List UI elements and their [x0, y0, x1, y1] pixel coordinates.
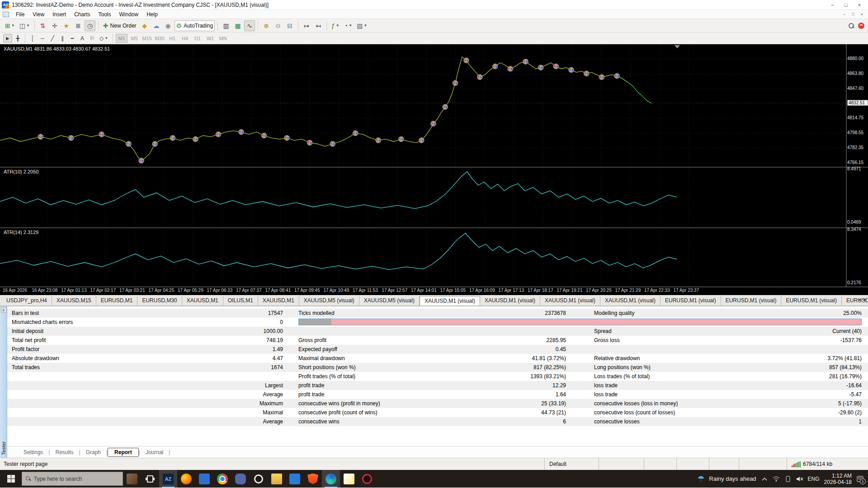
time-axis-label[interactable]: 17 Apr 08:41	[265, 288, 291, 293]
sticky-notes[interactable]	[340, 470, 358, 488]
autotrading-button[interactable]: ⚙AutoTrading	[175, 20, 215, 31]
chart-tab[interactable]: XAUUSD,M1 (visual)	[420, 296, 480, 305]
chart-tab[interactable]: XAUUSD,M5 (visual)	[299, 296, 359, 305]
chart-tab[interactable]: XAUUSD,M1 (visual)	[600, 296, 660, 305]
timeframe-m30[interactable]: M30	[154, 34, 165, 43]
strategy-tester-button[interactable]: ◷	[85, 20, 95, 31]
chart-tab[interactable]: OILUS,M1	[223, 296, 258, 305]
timeframe-mn[interactable]: MN	[217, 34, 229, 43]
opera-gx[interactable]	[358, 470, 376, 488]
time-axis-label[interactable]: 17 Apr 06:33	[207, 288, 233, 293]
templates-button[interactable]: ▧▼	[355, 20, 369, 31]
text-button[interactable]: A	[78, 34, 87, 43]
time-axis-label[interactable]: 17 Apr 14:01	[411, 288, 437, 293]
weather-umbrella-icon[interactable]: ☂	[697, 474, 704, 483]
vertical-line-button[interactable]: │	[28, 34, 37, 43]
brave[interactable]	[304, 470, 322, 488]
time-axis-label[interactable]: 17 Apr 21:29	[615, 288, 641, 293]
tester-side-strip[interactable]: x Tester	[0, 306, 7, 458]
tester-close-icon[interactable]: x	[1, 307, 6, 313]
tester-tab-graph[interactable]: Graph	[80, 448, 106, 456]
chart-area[interactable]: XAUUSD,M1 4831.86 4833.03 4830.67 4832.5…	[0, 44, 868, 295]
notification-center-icon[interactable]: 1	[856, 475, 863, 483]
your-phone-icon[interactable]	[784, 475, 792, 483]
chart-tab[interactable]: EURUSD,M30	[137, 296, 182, 305]
zoom-out-button[interactable]: ⊖	[273, 20, 283, 31]
weather-label[interactable]: Rainy days ahead	[709, 475, 756, 482]
speaker-muted-icon[interactable]	[796, 475, 803, 483]
line-chart-button[interactable]: ∿	[244, 20, 255, 31]
time-axis-label[interactable]: 16 Apr 23:08	[32, 288, 58, 293]
chart-tab[interactable]: EURUSD,M1 (visual)	[721, 296, 782, 305]
channel-button[interactable]: ∥	[58, 34, 67, 43]
chart-tab[interactable]: XAUUSD,M5 (visual)	[359, 296, 420, 305]
chart-tab[interactable]: EURUSD,M1 (visual)	[660, 296, 721, 305]
time-axis-label[interactable]: 17 Apr 03:21	[119, 288, 145, 293]
time-axis-label[interactable]: 17 Apr 02:17	[90, 288, 116, 293]
market-watch-button[interactable]: ⇅	[38, 20, 48, 31]
time-axis-label[interactable]: 17 Apr 09:45	[294, 288, 320, 293]
time-axis-label[interactable]: 17 Apr 07:37	[236, 288, 262, 293]
data-window-button[interactable]: ✛	[49, 20, 60, 31]
cursor-button[interactable]: ►	[3, 34, 12, 43]
time-axis-label[interactable]: 17 Apr 17:13	[499, 288, 524, 293]
trendline-button[interactable]: ╱	[48, 34, 57, 43]
time-axis-label[interactable]: 17 Apr 23:37	[674, 288, 699, 293]
search-icon[interactable]	[848, 23, 854, 29]
periods-button[interactable]: ◔▼	[342, 20, 354, 31]
tester-tab-report[interactable]: Report	[108, 448, 139, 457]
tray-chevron-up-icon[interactable]	[761, 475, 768, 483]
investaz-terminal[interactable]: AZ	[159, 470, 177, 488]
time-axis-label[interactable]: 17 Apr 22:33	[644, 288, 670, 293]
time-axis-label[interactable]: 17 Apr 16:09	[469, 288, 495, 293]
profiles-button[interactable]: ◫▼	[18, 20, 32, 31]
community-button[interactable]: ☁	[151, 20, 162, 31]
teams[interactable]	[195, 470, 213, 488]
new-order-button[interactable]: ✚New Order	[101, 20, 138, 31]
terminal-button[interactable]: ≣	[73, 20, 84, 31]
opera[interactable]	[250, 470, 268, 488]
community-badge-icon[interactable]	[858, 23, 864, 29]
metaeditor-button[interactable]: ◆	[139, 20, 150, 31]
time-axis-label[interactable]: 16 Apr 2026	[3, 288, 27, 293]
taskbar-search-input[interactable]: Type here to search	[22, 472, 123, 486]
timeframe-w1[interactable]: W1	[204, 34, 216, 43]
chart-tab[interactable]: XAUUSD,M1	[258, 296, 299, 305]
chart-tab[interactable]: XAUUSD,M1	[182, 296, 223, 305]
time-axis-label[interactable]: 17 Apr 19:21	[557, 288, 583, 293]
timeframe-h1[interactable]: H1	[166, 34, 178, 43]
chart-tab[interactable]: EURUSD,M1	[96, 296, 138, 305]
horizontal-line-button[interactable]: ─	[38, 34, 47, 43]
menu-window[interactable]: Window	[115, 10, 143, 19]
file-explorer[interactable]	[268, 470, 286, 488]
chart-shift-button[interactable]: ↤	[313, 20, 324, 31]
tile-windows-button[interactable]: ⊟	[284, 20, 295, 31]
menu-help[interactable]: Help	[142, 10, 162, 19]
time-axis-label[interactable]: 17 Apr 18:17	[528, 288, 553, 293]
chart-tab[interactable]: EURUSD,M1 (visual)	[781, 296, 842, 305]
microsoft-store[interactable]	[286, 470, 304, 488]
minimize-button[interactable]: −	[826, 0, 839, 9]
profile-selector[interactable]: Default	[544, 458, 599, 470]
shapes-button[interactable]: ◇▼	[98, 34, 110, 43]
discord[interactable]	[231, 470, 250, 488]
clock[interactable]: 1:12 AM 2026-04-18	[824, 473, 852, 485]
arrows-button[interactable]: ⚐	[88, 34, 97, 43]
start-button[interactable]	[0, 470, 22, 488]
edge[interactable]	[322, 470, 340, 488]
time-axis-label[interactable]: 17 Apr 01:13	[61, 288, 87, 293]
chart-tab[interactable]: XAUUSD,M1 (visual)	[540, 296, 600, 305]
auto-scroll-button[interactable]: ↦	[301, 20, 312, 31]
tab-scroll-left-icon[interactable]: ◄	[857, 297, 861, 302]
timeframe-m5[interactable]: M5	[128, 34, 140, 43]
time-axis-label[interactable]: 17 Apr 10:49	[324, 288, 349, 293]
chart-tab[interactable]: USDJPY_pro,H4	[2, 296, 52, 305]
crosshair-button[interactable]: ╋	[13, 34, 22, 43]
time-axis-label[interactable]: 17 Apr 15:05	[440, 288, 466, 293]
new-chart-button[interactable]: ⊞▼	[3, 20, 17, 31]
timeframe-m15[interactable]: M15	[141, 34, 153, 43]
language-indicator[interactable]: ENG	[808, 476, 820, 482]
restore-button[interactable]: □	[839, 0, 853, 9]
navigator-button[interactable]: ★	[61, 20, 72, 31]
photos-app[interactable]	[123, 470, 141, 488]
